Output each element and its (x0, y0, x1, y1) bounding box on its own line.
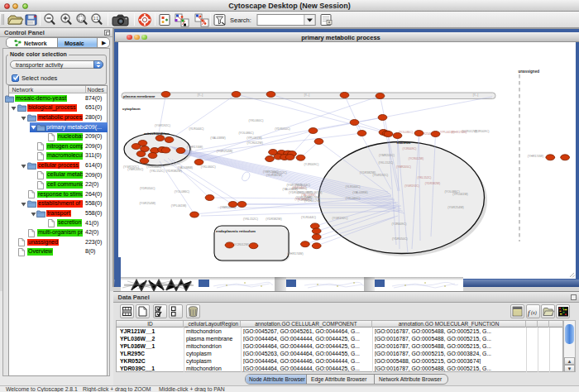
svg-text:(YPL061W): (YPL061W) (452, 193, 468, 196)
svg-text:cytoplasm: cytoplasm (122, 107, 141, 111)
svg-text:(YMR205C): (YMR205C) (396, 165, 411, 169)
svg-text:(YCR012W): (YCR012W) (408, 157, 423, 160)
svg-text:endoplasmic reticulum: endoplasmic reticulum (216, 229, 256, 233)
svg-text:(YGR192C): (YGR192C) (332, 217, 347, 220)
svg-text:(YOL086C): (YOL086C) (174, 190, 189, 194)
svg-text:(YKL152C): (YKL152C) (243, 218, 258, 221)
svg-text:(YKL060C): (YKL060C) (248, 119, 263, 122)
svg-text:(YDR382W): (YDR382W) (424, 182, 439, 185)
svg-text:(YHR174W): (YHR174W) (527, 155, 543, 158)
svg-text:(YKL060C): (YKL060C) (294, 198, 309, 201)
svg-text:(YCR012W): (YCR012W) (246, 141, 262, 145)
svg-text:(YDR382W): (YDR382W) (165, 170, 181, 173)
svg-text:(YGR254W): (YGR254W) (216, 150, 232, 153)
svg-text:plasma membrane: plasma membrane (123, 94, 156, 98)
svg-text:(YGR254W): (YGR254W) (139, 202, 156, 205)
svg-text:(YDR050C): (YDR050C) (139, 187, 155, 190)
svg-text:(YLR044C): (YLR044C) (189, 127, 203, 131)
svg-text:(YDR050C): (YDR050C) (275, 127, 290, 131)
svg-text:[Y...]: [Y...] (472, 93, 477, 97)
svg-text:(YGR254W): (YGR254W) (447, 206, 464, 209)
svg-text:(YPL061W): (YPL061W) (170, 204, 186, 208)
svg-text:(YGR192C): (YGR192C) (123, 165, 139, 169)
svg-text:(YAL038W): (YAL038W) (210, 136, 225, 140)
svg-text:[Y...]: [Y...] (304, 93, 309, 97)
svg-text:(x): (x) (531, 310, 537, 316)
svg-text:(YLR044C): (YLR044C) (345, 185, 360, 189)
svg-text:[Y...]: [Y...] (197, 93, 202, 97)
svg-text:(YJR009C): (YJR009C) (402, 147, 416, 151)
svg-text:(YAL038W): (YAL038W) (177, 166, 192, 170)
svg-text:Search:: Search: (230, 17, 251, 24)
svg-text:(YGR192C): (YGR192C) (155, 124, 170, 127)
svg-text:(YGR192C): (YGR192C) (404, 184, 419, 188)
svg-text:(YPL061W): (YPL061W) (246, 136, 262, 140)
svg-text:(YKL060C): (YKL060C) (200, 165, 215, 169)
svg-text:(YHR174W): (YHR174W) (186, 146, 202, 149)
svg-text:mitochondrion: mitochondrion (144, 131, 170, 136)
svg-text:(YKL060C): (YKL060C) (345, 197, 360, 200)
svg-text:(YJR009C): (YJR009C) (304, 163, 318, 166)
svg-text:(YJR009C): (YJR009C) (391, 222, 406, 226)
svg-text:(YDR050C): (YDR050C) (392, 237, 408, 241)
svg-text:(YGR192C): (YGR192C) (372, 174, 388, 177)
svg-text:(YHR174W): (YHR174W) (451, 131, 466, 134)
svg-text:(YKL152C): (YKL152C) (378, 161, 393, 165)
svg-text:(YDR382W): (YDR382W) (266, 218, 281, 221)
svg-text:(YAL038W): (YAL038W) (352, 191, 367, 194)
svg-text:1:1: 1:1 (93, 17, 99, 21)
svg-text:(YMR205C): (YMR205C) (379, 154, 395, 157)
svg-text:(YCR012W): (YCR012W) (232, 243, 248, 246)
svg-text:(YLR044C): (YLR044C) (301, 216, 316, 219)
svg-text:unassigned: unassigned (518, 69, 539, 74)
svg-text:(YAL038W): (YAL038W) (301, 194, 315, 197)
svg-text:(YLR044C): (YLR044C) (292, 186, 306, 189)
svg-text:(YKL152C): (YKL152C) (150, 170, 165, 173)
svg-text:(YKL152C): (YKL152C) (417, 176, 431, 179)
svg-text:(YDR382W): (YDR382W) (266, 174, 281, 177)
svg-text:(YLR044C): (YLR044C) (146, 165, 161, 169)
svg-text:(YOL086C): (YOL086C) (238, 131, 253, 135)
svg-text:nucleus: nucleus (396, 141, 410, 145)
svg-text:(YHR174W): (YHR174W) (287, 252, 303, 256)
